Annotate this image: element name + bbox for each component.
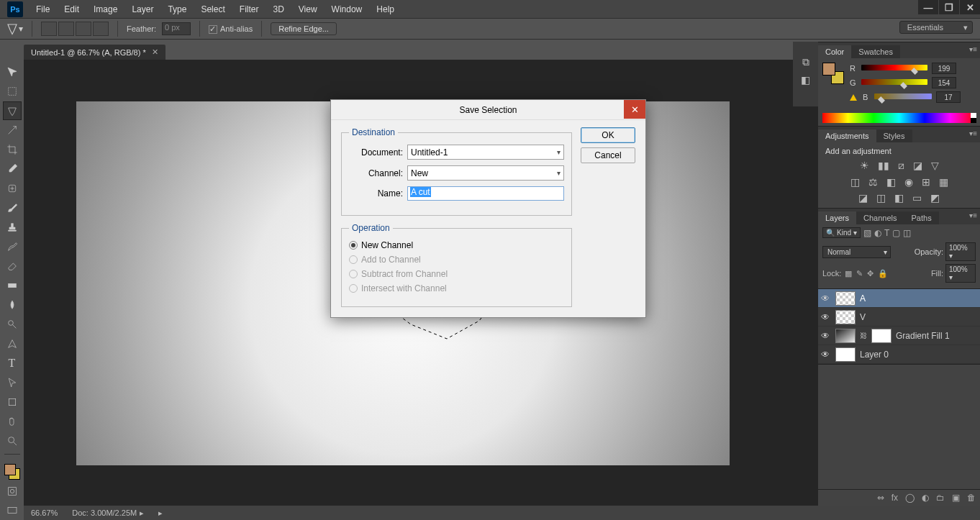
- menu-layer[interactable]: Layer: [124, 1, 160, 17]
- menu-3d[interactable]: 3D: [266, 1, 291, 17]
- vibrance-icon[interactable]: ▽: [931, 160, 939, 172]
- group-icon[interactable]: 🗀: [936, 493, 945, 503]
- color-swatches[interactable]: [3, 462, 22, 481]
- lasso-tool[interactable]: [3, 101, 22, 120]
- r-slider[interactable]: [861, 65, 927, 72]
- lock-pixel-icon[interactable]: ✎: [856, 269, 863, 278]
- layer-row[interactable]: 👁 ⛓ Gradient Fill 1: [818, 327, 980, 345]
- exposure-icon[interactable]: ◪: [913, 160, 922, 172]
- b-value[interactable]: 17: [936, 91, 961, 103]
- close-window-button[interactable]: ✕: [960, 0, 980, 14]
- layer-filter-kind[interactable]: 🔍 Kind ▾: [822, 227, 861, 238]
- tab-swatches[interactable]: Swatches: [851, 45, 900, 58]
- intersect-selection-button[interactable]: [93, 22, 109, 36]
- panel-color-swatches[interactable]: [822, 63, 844, 84]
- tab-color[interactable]: Color: [818, 45, 851, 58]
- menu-view[interactable]: View: [291, 1, 325, 17]
- filter-shape-icon[interactable]: ▢: [892, 228, 900, 238]
- layer-mask-thumb[interactable]: [871, 329, 891, 343]
- dialog-titlebar[interactable]: Save Selection ✕: [331, 100, 645, 120]
- feather-input[interactable]: 0 px: [162, 22, 191, 35]
- current-tool-icon[interactable]: ▾: [6, 22, 23, 36]
- panel-menu-icon[interactable]: ▾≡: [969, 129, 977, 137]
- op-new-channel-radio[interactable]: New Channel: [349, 240, 564, 250]
- layer-thumb[interactable]: [835, 329, 856, 343]
- brightness-icon[interactable]: ☀: [860, 160, 869, 172]
- photo-filter-icon[interactable]: ◉: [904, 176, 913, 188]
- document-select[interactable]: Untitled-1▾: [407, 145, 564, 160]
- hand-tool[interactable]: [3, 412, 22, 431]
- filter-smart-icon[interactable]: ◫: [903, 228, 911, 238]
- type-tool[interactable]: T: [3, 354, 22, 373]
- screenmode-button[interactable]: [3, 501, 22, 520]
- ok-button[interactable]: OK: [581, 127, 635, 143]
- scrub-handle[interactable]: ▸: [158, 508, 163, 518]
- pen-tool[interactable]: [3, 334, 22, 353]
- history-brush-tool[interactable]: [3, 237, 22, 256]
- layer-row[interactable]: 👁 V: [818, 308, 980, 327]
- layer-thumb[interactable]: [835, 291, 856, 306]
- eyedropper-tool[interactable]: [3, 160, 22, 178]
- b-slider[interactable]: [874, 93, 932, 101]
- tab-adjustments[interactable]: Adjustments: [818, 129, 876, 142]
- spectrum-picker[interactable]: [822, 113, 976, 123]
- minimize-button[interactable]: —: [918, 0, 938, 14]
- posterize-icon[interactable]: ◫: [876, 192, 886, 204]
- shape-tool[interactable]: [3, 393, 22, 411]
- opacity-input[interactable]: 100% ▾: [945, 242, 976, 261]
- dialog-close-button[interactable]: ✕: [624, 100, 645, 119]
- dodge-tool[interactable]: [3, 315, 22, 334]
- invert-icon[interactable]: ◪: [858, 192, 868, 204]
- tab-channels[interactable]: Channels: [856, 211, 904, 224]
- layer-name[interactable]: Gradient Fill 1: [896, 331, 977, 341]
- menu-filter[interactable]: Filter: [232, 1, 266, 17]
- menu-window[interactable]: Window: [325, 1, 370, 17]
- layer-row[interactable]: 👁 Layer 0: [818, 345, 980, 364]
- delete-layer-icon[interactable]: 🗑: [967, 493, 976, 503]
- refine-edge-button[interactable]: Refine Edge...: [271, 22, 337, 35]
- lock-pos-icon[interactable]: ✥: [867, 269, 874, 278]
- lock-all-icon[interactable]: 🔒: [878, 269, 888, 278]
- link-icon[interactable]: ⛓: [860, 332, 867, 339]
- close-tab-icon[interactable]: ✕: [152, 47, 158, 57]
- visibility-toggle[interactable]: 👁: [821, 293, 831, 304]
- tab-styles[interactable]: Styles: [876, 129, 912, 142]
- move-tool[interactable]: [3, 63, 22, 81]
- balance-icon[interactable]: ⚖: [868, 176, 878, 188]
- zoom-tool[interactable]: [3, 432, 22, 450]
- visibility-toggle[interactable]: 👁: [821, 350, 831, 360]
- menu-file[interactable]: File: [29, 1, 57, 17]
- hue-icon[interactable]: ◫: [850, 176, 860, 188]
- mask-icon[interactable]: ◯: [905, 493, 915, 503]
- new-selection-button[interactable]: [41, 22, 57, 36]
- add-selection-button[interactable]: [58, 22, 74, 36]
- r-value[interactable]: 199: [932, 63, 956, 74]
- cancel-button[interactable]: Cancel: [581, 147, 635, 163]
- quickmask-button[interactable]: [3, 482, 22, 501]
- workspace-selector[interactable]: Essentials: [899, 21, 973, 34]
- bw-icon[interactable]: ◧: [886, 176, 896, 188]
- curves-icon[interactable]: ⧄: [898, 160, 904, 172]
- wand-tool[interactable]: [3, 121, 22, 140]
- foreground-color[interactable]: [4, 464, 16, 475]
- menu-help[interactable]: Help: [369, 1, 401, 17]
- selective-icon[interactable]: ◩: [930, 192, 940, 204]
- subtract-selection-button[interactable]: [76, 22, 91, 36]
- tab-layers[interactable]: Layers: [818, 211, 856, 224]
- gradmap-icon[interactable]: ▭: [912, 192, 922, 204]
- doc-size-status[interactable]: Doc: 3.00M/2.25M ▸: [72, 508, 144, 518]
- layer-name[interactable]: V: [860, 312, 977, 322]
- marquee-tool[interactable]: [3, 82, 22, 101]
- menu-edit[interactable]: Edit: [57, 1, 86, 17]
- name-input[interactable]: A cut: [407, 186, 564, 201]
- menu-select[interactable]: Select: [194, 1, 232, 17]
- mixer-icon[interactable]: ⊞: [922, 176, 930, 188]
- eraser-tool[interactable]: [3, 257, 22, 275]
- layer-name[interactable]: A: [860, 293, 977, 304]
- healing-tool[interactable]: [3, 179, 22, 198]
- maximize-button[interactable]: ❐: [939, 0, 959, 14]
- menu-type[interactable]: Type: [160, 1, 194, 17]
- blend-mode-select[interactable]: Normal: [822, 246, 891, 258]
- history-panel-icon[interactable]: ⧉: [802, 56, 809, 68]
- path-select-tool[interactable]: [3, 373, 22, 392]
